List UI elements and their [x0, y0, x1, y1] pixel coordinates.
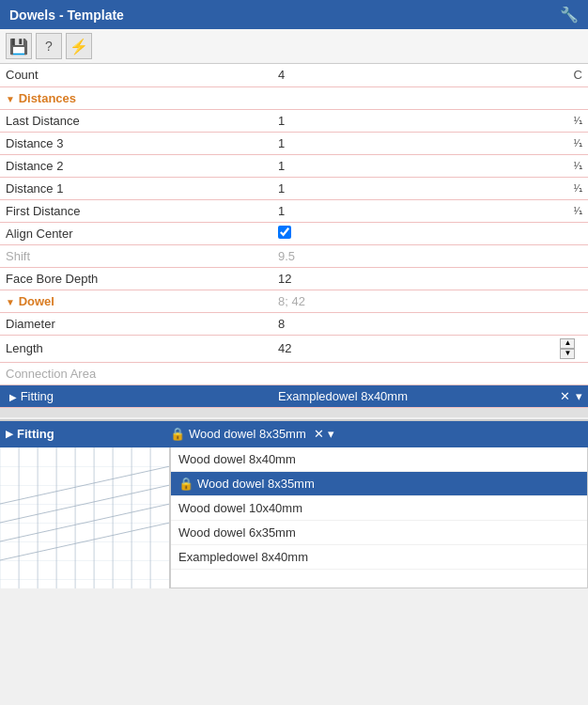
grid-svg [0, 447, 169, 588]
row-extra-distance2: ¹⁄₁ [554, 154, 588, 177]
save-button[interactable]: 💾 [6, 33, 32, 59]
help-button[interactable]: ? [36, 33, 62, 59]
spinner-up-button[interactable]: ▲ [560, 338, 575, 349]
fitting-label: Fitting [21, 389, 54, 403]
canvas-grid [0, 447, 169, 588]
pin-icon[interactable]: 🔧 [560, 6, 579, 24]
section-label-distances: Distances [19, 91, 76, 105]
bottom-fitting-dropdown-button[interactable]: ▾ [328, 427, 334, 441]
refresh-icon: ⚡ [70, 38, 88, 55]
dropdown-lock-icon: 🔒 [178, 477, 193, 491]
row-value-count[interactable]: 4 [272, 64, 554, 86]
collapse-triangle-dowel[interactable]: ▼ [6, 297, 15, 307]
bottom-content: Wood dowel 8x40mm 🔒 Wood dowel 8x35mm Wo… [0, 447, 588, 588]
row-extra-shift [554, 244, 588, 267]
row-extra-first-distance: ¹⁄₁ [554, 199, 588, 222]
row-label-distance2: Distance 2 [0, 154, 272, 177]
row-label-last-distance: Last Distance [0, 109, 272, 132]
fitting-triangle[interactable]: ▶ [9, 392, 17, 402]
row-label-align-center: Align Center [0, 222, 272, 244]
table-row-fitting: ▶ Fitting Exampledowel 8x40mm ✕ ▾ [0, 384, 588, 407]
row-label-first-distance: First Distance [0, 199, 272, 222]
bottom-fitting-label: Fitting [17, 427, 54, 441]
dropdown-item-selected[interactable]: 🔒 Wood dowel 8x35mm [171, 472, 587, 496]
bottom-fitting-header: ▶ Fitting 🔒 Wood dowel 8x35mm ✕ ▾ [0, 421, 588, 447]
help-icon: ? [45, 39, 53, 54]
bottom-fitting-triangle[interactable]: ▶ [6, 429, 13, 439]
row-label-length: Length [0, 335, 272, 362]
row-extra-distance3: ¹⁄₁ [554, 132, 588, 154]
table-row: Last Distance 1 ¹⁄₁ [0, 109, 588, 132]
table-row: Distance 2 1 ¹⁄₁ [0, 154, 588, 177]
row-extra-connection-area [554, 362, 588, 384]
dropdown-list: Wood dowel 8x40mm 🔒 Wood dowel 8x35mm Wo… [170, 447, 588, 588]
spinner-down-button[interactable]: ▼ [560, 349, 575, 359]
row-value-distance1[interactable]: 1 [272, 177, 554, 199]
dropdown-item-label: Exampledowel 8x40mm [178, 550, 308, 564]
row-extra-last-distance: ¹⁄₁ [554, 109, 588, 132]
row-value-shift: 9.5 [272, 244, 554, 267]
dropdown-item[interactable]: Wood dowel 10x40mm [171, 496, 587, 521]
row-extra-diameter [554, 312, 588, 335]
row-value-align-center[interactable] [272, 222, 554, 244]
row-value-face-bore-depth[interactable]: 12 [272, 267, 554, 290]
refresh-button[interactable]: ⚡ [66, 33, 92, 59]
row-value-last-distance[interactable]: 1 [272, 109, 554, 132]
row-label-count: Count [0, 64, 272, 86]
row-value-fitting[interactable]: Exampledowel 8x40mm [272, 384, 554, 407]
row-label-distance3: Distance 3 [0, 132, 272, 154]
table-row: Shift 9.5 [0, 244, 588, 267]
row-extra-align-center [554, 222, 588, 244]
canvas-area [0, 447, 170, 588]
length-spinner[interactable]: ▲ ▼ [560, 338, 575, 359]
table-row: Distance 1 1 ¹⁄₁ [0, 177, 588, 199]
row-value-dowel-section: 8; 42 [272, 290, 554, 312]
collapse-triangle[interactable]: ▼ [6, 94, 15, 104]
table-row: Length 42 ▲ ▼ [0, 335, 588, 362]
toolbar: 💾 ? ⚡ [0, 29, 588, 64]
dropdown-item-label: Wood dowel 8x40mm [178, 452, 296, 466]
properties-table: Count 4 C ▼ Distances Last Distance 1 ¹⁄… [0, 64, 588, 408]
bottom-fitting-label-container: ▶ Fitting [6, 427, 170, 441]
dropdown-item[interactable]: Exampledowel 8x40mm [171, 545, 587, 570]
table-row: First Distance 1 ¹⁄₁ [0, 199, 588, 222]
save-icon: 💾 [9, 38, 28, 55]
bottom-fitting-value-container: 🔒 Wood dowel 8x35mm ✕ ▾ [170, 427, 582, 441]
table-row: Align Center [0, 222, 588, 244]
bottom-fitting-clear-button[interactable]: ✕ [314, 427, 324, 441]
row-value-diameter[interactable]: 8 [272, 312, 554, 335]
row-extra-dowel-section [554, 290, 588, 312]
row-label-dowel-section: ▼ Dowel [0, 290, 272, 312]
row-value-distance2[interactable]: 1 [272, 154, 554, 177]
row-label-diameter: Diameter [0, 312, 272, 335]
row-label-shift: Shift [0, 244, 272, 267]
window-title: Dowels - Template [9, 8, 124, 23]
table-row: Face Bore Depth 12 [0, 267, 588, 290]
table-row: Diameter 8 [0, 312, 588, 335]
section-label-dowel: Dowel [19, 294, 54, 308]
align-center-checkbox[interactable] [278, 226, 291, 239]
row-value-first-distance[interactable]: 1 [272, 199, 554, 222]
dropdown-item-label: Wood dowel 10x40mm [178, 501, 302, 515]
fitting-clear-button[interactable]: ✕ [560, 389, 570, 403]
bottom-panel: ▶ Fitting 🔒 Wood dowel 8x35mm ✕ ▾ [0, 419, 588, 588]
row-extra-fitting: ✕ ▾ [554, 384, 588, 407]
dropdown-item[interactable]: Wood dowel 6x35mm [171, 521, 587, 545]
row-value-distance3[interactable]: 1 [272, 132, 554, 154]
section-gap [0, 408, 588, 417]
dropdown-item[interactable]: Wood dowel 8x40mm [171, 447, 587, 472]
row-value-connection-area [272, 362, 554, 384]
row-label-fitting: ▶ Fitting [0, 384, 272, 407]
table-row: Connection Area [0, 362, 588, 384]
bottom-fitting-value[interactable]: Wood dowel 8x35mm [189, 427, 306, 441]
row-value-length[interactable]: 42 [272, 335, 554, 362]
row-extra-distance1: ¹⁄₁ [554, 177, 588, 199]
lock-icon: 🔒 [170, 427, 185, 441]
row-label-distance1: Distance 1 [0, 177, 272, 199]
row-label-connection-area: Connection Area [0, 362, 272, 384]
section-dowel: ▼ Dowel 8; 42 [0, 290, 588, 312]
svg-rect-0 [0, 447, 169, 588]
fitting-dropdown-button[interactable]: ▾ [576, 389, 582, 403]
table-row: Count 4 C [0, 64, 588, 86]
dropdown-item-label-selected: Wood dowel 8x35mm [197, 477, 315, 491]
